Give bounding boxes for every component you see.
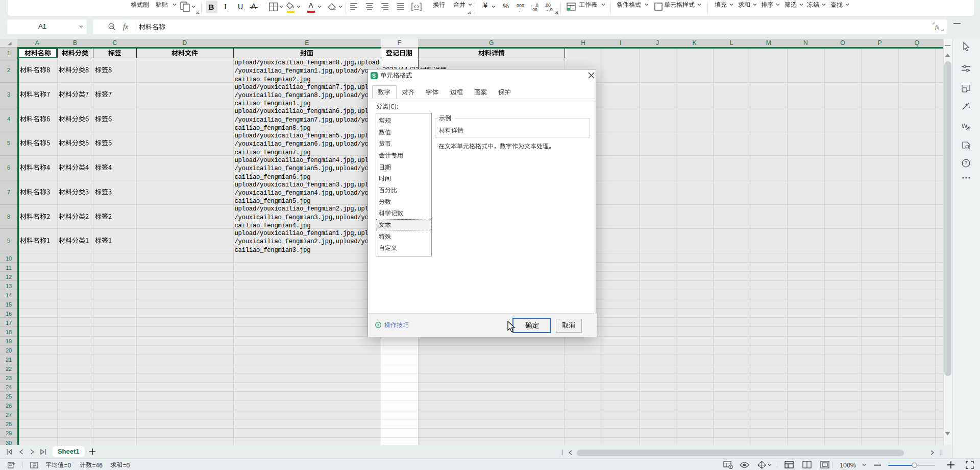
svg-text:fx: fx	[935, 24, 939, 30]
svg-text:→.0: →.0	[545, 7, 553, 12]
svg-text:,: ,	[519, 7, 521, 12]
svg-text:W: W	[962, 123, 968, 130]
svg-text:?: ?	[965, 160, 968, 166]
svg-text:.00: .00	[531, 7, 537, 12]
